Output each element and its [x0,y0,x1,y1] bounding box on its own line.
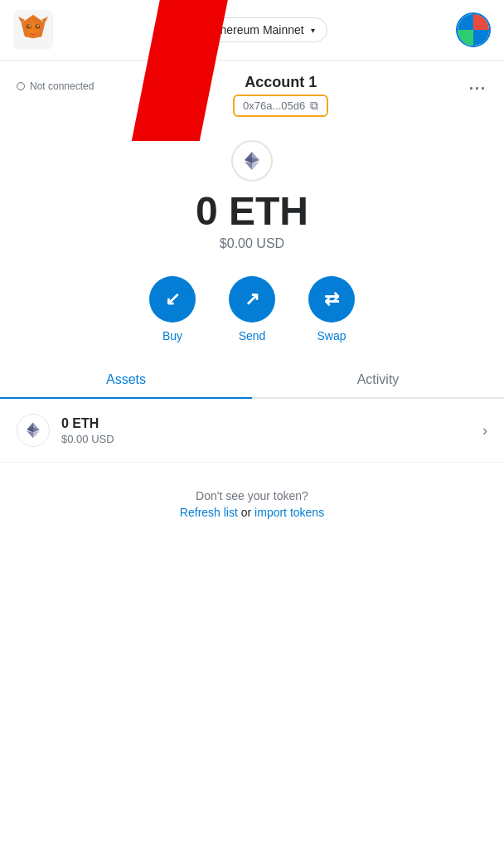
svg-marker-16 [252,162,259,170]
account-name: Account 1 [245,74,317,91]
more-options-button[interactable]: ⋮ [468,80,487,99]
action-buttons: ↙ Buy ↗ Send ⇄ Swap [0,260,504,362]
copy-icon[interactable]: ⧉ [310,99,318,113]
balance-section: 0 ETH $0.00 USD [0,124,504,260]
svg-marker-21 [33,431,40,439]
buy-icon: ↙ [165,289,180,310]
footer-links: Refresh list or import tokens [17,506,487,519]
address-box[interactable]: 0x76a...05d6 ⧉ [233,95,328,117]
tabs-container: Assets Activity [0,362,504,399]
metamask-logo[interactable] [13,10,53,50]
swap-icon-circle: ⇄ [308,276,355,323]
send-button[interactable]: ↗ Send [229,276,275,342]
eth-icon [231,140,273,182]
chevron-down-icon: ▾ [311,26,315,35]
svg-marker-17 [245,162,252,170]
send-icon-circle: ↗ [229,276,275,323]
asset-eth-item[interactable]: 0 ETH $0.00 USD › [0,399,504,463]
network-dot [194,26,202,34]
network-selector[interactable]: Ethereum Mainnet ▾ [182,17,327,42]
swap-icon: ⇄ [324,289,339,310]
footer-section: Don't see your token? Refresh list or im… [0,463,504,536]
buy-label: Buy [162,329,182,342]
tab-activity[interactable]: Activity [252,362,504,397]
network-label: Ethereum Mainnet [209,23,303,36]
refresh-list-link[interactable]: Refresh list [180,506,238,519]
send-icon: ↗ [245,289,259,310]
import-tokens-link[interactable]: import tokens [254,506,324,519]
send-label: Send [239,329,266,342]
account-avatar[interactable] [456,12,491,47]
swap-button[interactable]: ⇄ Swap [308,276,355,342]
buy-button[interactable]: ↙ Buy [149,276,196,342]
header: Ethereum Mainnet ▾ [0,0,504,61]
address-text: 0x76a...05d6 [243,99,305,112]
tab-assets[interactable]: Assets [0,362,252,397]
balance-amount: 0 ETH [196,192,308,231]
buy-icon-circle: ↙ [149,276,196,323]
asset-info: 0 ETH $0.00 USD [61,416,482,445]
asset-chevron-icon: › [482,422,487,439]
balance-usd: $0.00 USD [220,236,284,251]
asset-eth-amount: 0 ETH [61,416,482,431]
footer-question: Don't see your token? [17,489,487,502]
asset-list: 0 ETH $0.00 USD › [0,399,504,463]
eth-token-icon [17,414,50,447]
swap-label: Swap [317,329,346,342]
svg-marker-22 [27,431,33,439]
not-connected-dot [17,82,25,90]
footer-or-text: or [241,506,254,519]
asset-eth-usd: $0.00 USD [61,433,482,445]
not-connected-label: Not connected [30,80,94,92]
account-section: Not connected Account 1 0x76a...05d6 ⧉ ⋮ [0,61,504,124]
account-center: Account 1 0x76a...05d6 ⧉ [94,74,468,117]
not-connected-status: Not connected [17,80,94,92]
